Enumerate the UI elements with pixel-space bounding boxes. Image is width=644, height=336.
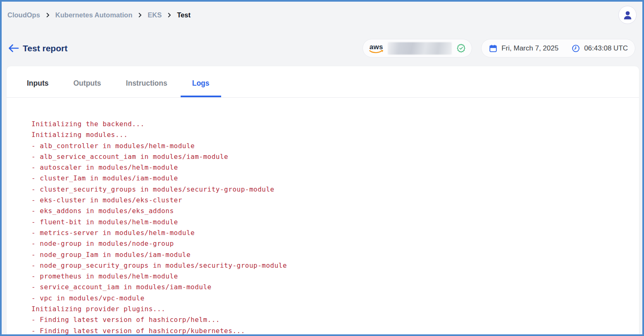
log-lines: Initializing the backend...Initializing …	[31, 119, 631, 334]
tab-bar: Inputs Outputs Instructions Logs	[7, 66, 639, 98]
page-header: Test report aws	[2, 39, 642, 58]
breadcrumb: CloudOps Kubernetes Automation EKS Test	[7, 11, 191, 19]
tab-outputs[interactable]: Outputs	[62, 66, 113, 97]
log-line: - eks-cluster in modules/eks-cluster	[31, 195, 631, 206]
log-line: - metrics-server in modules/helm-module	[31, 228, 631, 238]
log-line: - alb_controller in modules/helm-module	[31, 141, 631, 151]
report-card: Inputs Outputs Instructions Logs Initial…	[7, 66, 639, 334]
log-line: - eks_addons in modules/eks_addons	[31, 206, 631, 216]
aws-logo-icon: aws	[369, 43, 383, 54]
breadcrumb-current: Test	[177, 11, 191, 19]
chevron-right-icon	[137, 12, 143, 18]
log-output-panel[interactable]: Initializing the backend...Initializing …	[7, 98, 639, 334]
person-icon	[622, 10, 633, 21]
breadcrumb-item-cloudops[interactable]: CloudOps	[7, 11, 40, 19]
log-line: Initializing provider plugins...	[31, 304, 631, 314]
clock-icon	[571, 44, 580, 53]
log-line: - node-group in modules/node-group	[31, 238, 631, 249]
aws-account-badge[interactable]: aws	[363, 39, 472, 58]
date-label: Fri, March 7, 2025	[501, 44, 558, 53]
log-line: - node_group_security_groups in modules/…	[31, 260, 631, 271]
tab-logs[interactable]: Logs	[181, 66, 221, 97]
chevron-right-icon	[45, 12, 51, 18]
back-button[interactable]	[7, 43, 19, 54]
app-window: CloudOps Kubernetes Automation EKS Test	[2, 2, 642, 334]
log-line: - fluent-bit in modules/helm-module	[31, 217, 631, 228]
log-line: - cluster_Iam in modules/iam-module	[31, 173, 631, 184]
log-line: - vpc in modules/vpc-module	[31, 293, 631, 304]
breadcrumb-item-kubernetes-automation[interactable]: Kubernetes Automation	[55, 11, 132, 19]
log-line: - cluster_security_groups in modules/sec…	[31, 184, 631, 195]
breadcrumb-bar: CloudOps Kubernetes Automation EKS Test	[2, 2, 642, 28]
chevron-right-icon	[166, 12, 172, 18]
calendar-icon	[489, 44, 498, 53]
breadcrumb-item-eks[interactable]: EKS	[148, 11, 162, 19]
log-line: - Finding latest version of hashicorp/he…	[31, 314, 631, 325]
account-id-redacted	[388, 42, 452, 55]
user-avatar[interactable]	[618, 6, 637, 24]
log-line: Initializing the backend...	[31, 119, 631, 130]
log-line: - Finding latest version of hashicorp/ku…	[31, 326, 631, 334]
time-label: 06:43:08 UTC	[584, 44, 628, 53]
verified-badge-icon	[456, 43, 466, 53]
tab-inputs[interactable]: Inputs	[15, 66, 60, 97]
tab-instructions[interactable]: Instructions	[114, 66, 179, 97]
page-title: Test report	[23, 43, 67, 53]
log-line: - prometheus in modules/helm-module	[31, 271, 631, 282]
log-line: - node_group_Iam in modules/iam-module	[31, 250, 631, 260]
arrow-left-icon	[8, 43, 19, 53]
datetime-display: Fri, March 7, 2025 06:43:08 UTC	[481, 39, 635, 58]
log-line: - alb_service_account_iam in modules/iam…	[31, 151, 631, 162]
log-line: - service_account_iam in modules/iam-mod…	[31, 282, 631, 293]
log-line: Initializing modules...	[31, 130, 631, 140]
log-line: - autoscaler in modules/helm-module	[31, 162, 631, 173]
